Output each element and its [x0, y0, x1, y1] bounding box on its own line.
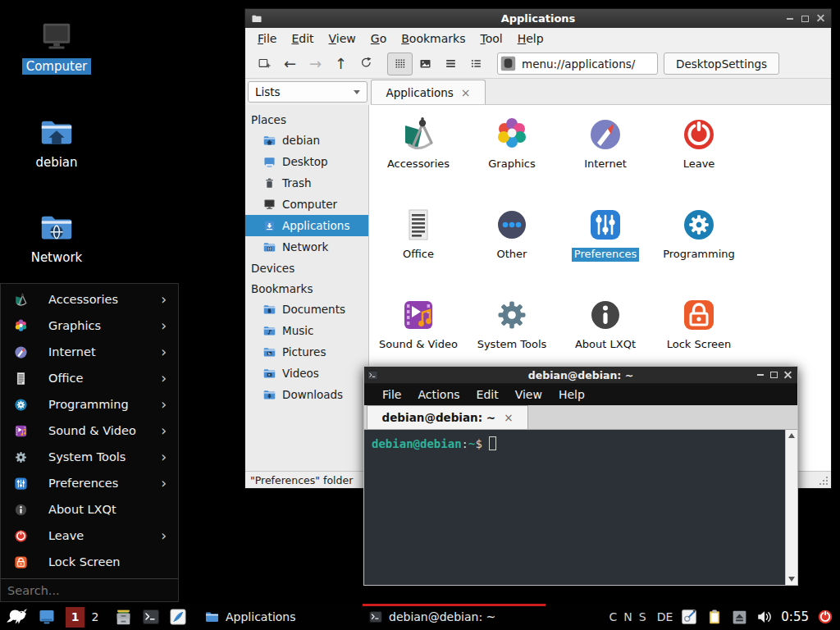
menu-item-preferences[interactable]: Preferences ›	[1, 470, 178, 496]
terminal-titlebar[interactable]: debian@debian: ~	[364, 367, 797, 384]
fm-menu-file[interactable]: File	[250, 30, 284, 48]
terminal-scrollbar[interactable]	[785, 430, 797, 585]
desktop-icon	[262, 155, 276, 169]
screenshot-tray-button[interactable]	[680, 608, 698, 626]
desktop-icon-network[interactable]: Network	[14, 209, 99, 266]
sidebar-item-computer[interactable]: Computer	[245, 194, 368, 215]
menu-item-sound-video[interactable]: Sound & Video ›	[1, 418, 178, 444]
sidebar-item-downloads[interactable]: Downloads	[245, 384, 368, 405]
scroll-up-icon[interactable]	[788, 433, 795, 438]
keyboard-indicator[interactable]: C N S	[609, 610, 647, 623]
compact-view-button[interactable]	[438, 52, 463, 75]
fm-menu-tool[interactable]: Tool	[472, 30, 509, 48]
menu-item-lock-screen[interactable]: Lock Screen	[1, 549, 178, 575]
thumbnail-view-button[interactable]	[413, 52, 438, 75]
desktop-icon-debian[interactable]: debian	[14, 114, 99, 171]
menu-item-graphics[interactable]: Graphics ›	[1, 313, 178, 339]
icon-view-button[interactable]	[387, 52, 413, 75]
terminal-menu-actions[interactable]: Actions	[409, 386, 468, 404]
address-bar[interactable]: menu://applications/	[497, 52, 658, 75]
menu-item-leave[interactable]: Leave ›	[1, 523, 178, 549]
terminal-menu-file[interactable]: File	[374, 386, 409, 404]
terminal-launcher[interactable]	[141, 607, 161, 627]
clipboard-tray-button[interactable]	[705, 608, 724, 626]
sidebar-item-applications[interactable]: Applications	[245, 215, 368, 236]
tab-close-icon[interactable]: ×	[461, 86, 471, 99]
tab-close-icon[interactable]: ×	[504, 411, 513, 424]
terminal-menu-edit[interactable]: Edit	[468, 386, 507, 404]
category-leave[interactable]: Leave	[652, 112, 746, 202]
back-button[interactable]: ←	[277, 52, 303, 75]
graphics-icon	[492, 115, 532, 154]
fm-menu-bookmarks[interactable]: Bookmarks	[394, 30, 472, 48]
submenu-arrow-icon: ›	[161, 477, 167, 491]
menu-item-system-tools[interactable]: System Tools ›	[1, 444, 178, 470]
fm-menu-view[interactable]: View	[322, 30, 363, 48]
category-graphics[interactable]: Graphics	[465, 112, 559, 202]
up-button[interactable]: ↑	[328, 52, 354, 75]
terminal-tab[interactable]: debian@debian: ~ ×	[367, 405, 528, 429]
graphics-icon	[13, 318, 29, 334]
task-button-terminal[interactable]: debian@debian: ~	[363, 604, 546, 630]
clock[interactable]: 0:55	[781, 609, 809, 624]
menu-item-programming[interactable]: Programming ›	[1, 391, 178, 418]
featherpad-icon	[168, 607, 188, 627]
close-button[interactable]	[814, 13, 828, 25]
terminal-content[interactable]: debian@debian:~$	[364, 430, 797, 585]
menu-item-accessories[interactable]: Accessories ›	[1, 286, 178, 313]
category-office[interactable]: Office	[372, 202, 465, 292]
menu-search-input[interactable]	[1, 579, 178, 601]
maximize-button[interactable]	[798, 13, 812, 25]
show-desktop-button[interactable]	[37, 607, 57, 627]
menu-item-office[interactable]: Office ›	[1, 365, 178, 391]
start-menu-button[interactable]	[6, 606, 27, 628]
sidebar-item-music[interactable]: Music	[245, 320, 368, 341]
detailed-view-button[interactable]	[463, 52, 489, 75]
desktop-settings-button[interactable]: DesktopSettings	[664, 52, 779, 75]
sidebar-item-debian[interactable]: debian	[245, 130, 368, 151]
maximize-button[interactable]	[767, 370, 781, 380]
sidebar-item-desktop[interactable]: Desktop	[245, 151, 368, 172]
fm-titlebar[interactable]: Applications	[245, 9, 831, 28]
sidebar-header-places: Places	[245, 109, 368, 130]
keyboard-layout-indicator[interactable]: DE	[657, 610, 673, 623]
fm-menu-go[interactable]: Go	[363, 30, 394, 48]
power-button[interactable]	[816, 608, 834, 626]
category-other[interactable]: Other	[465, 202, 559, 292]
file-manager-launcher[interactable]	[113, 607, 134, 628]
sidebar-item-documents[interactable]: Documents	[245, 299, 368, 320]
submenu-arrow-icon: ›	[161, 372, 167, 386]
volume-button[interactable]	[756, 608, 774, 626]
terminal-menu-view[interactable]: View	[507, 386, 550, 404]
reload-button[interactable]	[354, 52, 379, 75]
new-tab-button[interactable]	[252, 52, 277, 75]
category-accessories[interactable]: Accessories	[372, 112, 465, 202]
desktop-icon-computer[interactable]: Computer	[14, 18, 99, 75]
minimize-button[interactable]	[753, 370, 767, 380]
minimize-button[interactable]	[783, 13, 797, 25]
menu-item-about-lxqt[interactable]: About LXQt	[1, 496, 178, 523]
sidebar-item-pictures[interactable]: Pictures	[245, 341, 368, 363]
fm-menu-edit[interactable]: Edit	[284, 30, 321, 48]
fm-tab-applications[interactable]: Applications ×	[371, 80, 486, 104]
category-programming[interactable]: Programming	[652, 202, 746, 292]
terminal-menu-help[interactable]: Help	[550, 386, 593, 404]
featherpad-launcher[interactable]	[168, 607, 188, 627]
removable-media-button[interactable]	[731, 609, 748, 626]
workspace-2-button[interactable]: 2	[87, 610, 103, 623]
task-button-applications[interactable]: Applications	[199, 604, 363, 630]
forward-button[interactable]: →	[303, 52, 328, 75]
category-preferences[interactable]: Preferences	[559, 202, 652, 292]
sidebar-item-network[interactable]: Network	[245, 236, 368, 258]
workspace-1-button[interactable]: 1	[66, 607, 84, 628]
fm-menu-help[interactable]: Help	[510, 30, 551, 48]
programming-icon	[679, 205, 719, 244]
sidebar-mode-select[interactable]: Lists	[248, 81, 368, 103]
category-internet[interactable]: Internet	[559, 112, 652, 202]
resize-grip[interactable]	[819, 476, 829, 486]
menu-item-internet[interactable]: Internet ›	[1, 339, 178, 365]
sidebar-item-trash[interactable]: Trash	[245, 172, 368, 194]
scroll-down-icon[interactable]	[788, 577, 795, 582]
close-button[interactable]	[781, 370, 795, 380]
sidebar-item-videos[interactable]: Videos	[245, 363, 368, 384]
